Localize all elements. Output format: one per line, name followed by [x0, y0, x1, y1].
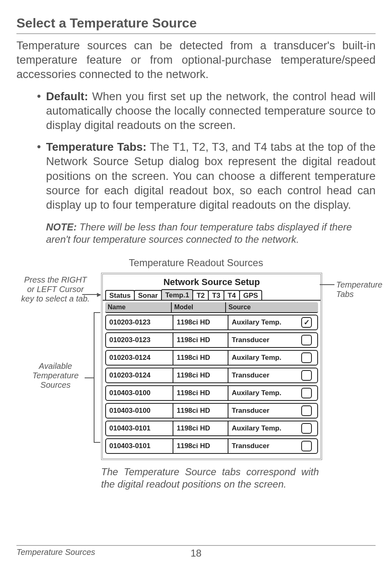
header-source: Source: [226, 302, 318, 312]
table-row[interactable]: 010203-01241198ci HDAuxilary Temp.: [105, 350, 318, 366]
checkbox-icon[interactable]: [301, 388, 312, 398]
footer-page-number: 18: [191, 548, 202, 559]
note-text: There will be less than four temperature…: [46, 221, 352, 245]
checkbox-icon[interactable]: [301, 441, 312, 451]
cell-model: 1198ci HD: [173, 421, 228, 435]
arrow-to-tabs: [82, 294, 100, 295]
cell-model: 1198ci HD: [173, 351, 228, 365]
cell-name: 010203-0124: [106, 351, 173, 365]
checkbox-checked-icon[interactable]: ✓: [301, 317, 312, 328]
cell-check[interactable]: ✓: [296, 315, 317, 329]
checkbox-icon[interactable]: [301, 352, 312, 363]
cell-model: 1198ci HD: [173, 386, 228, 400]
cell-name: 010203-0124: [106, 368, 173, 382]
cell-check[interactable]: [296, 404, 317, 418]
bullet-default-lead: Default:: [46, 90, 88, 103]
cell-check[interactable]: [296, 351, 317, 365]
cell-source: Auxilary Temp.: [228, 351, 296, 365]
cell-model: 1198ci HD: [173, 333, 228, 347]
cell-model: 1198ci HD: [173, 404, 228, 418]
cell-name: 010203-0123: [106, 333, 173, 347]
cell-source: Auxilary Temp.: [228, 421, 296, 435]
tab-t4[interactable]: T4: [224, 290, 240, 300]
bullet-default-text: When you first set up the network, the c…: [46, 90, 376, 131]
note-paragraph: NOTE: There will be less than four tempe…: [46, 221, 376, 246]
table-row[interactable]: 010403-01011198ci HDAuxilary Temp.: [105, 421, 318, 436]
callout-available-sources: Available Temperature Sources: [21, 361, 90, 390]
table-row[interactable]: 010203-01231198ci HDTransducer: [105, 332, 318, 348]
source-rows: 010203-01231198ci HDAuxilary Temp.✓01020…: [103, 314, 321, 458]
callout-temperature-tabs: Temperature Tabs: [336, 280, 383, 299]
cell-source: Auxilary Temp.: [228, 315, 296, 329]
bullet-temp-tabs: Temperature Tabs: The T1, T2, T3, and T4…: [37, 140, 376, 212]
header-model: Model: [172, 302, 226, 312]
checkbox-icon[interactable]: [301, 370, 312, 381]
checkbox-icon[interactable]: [301, 423, 312, 434]
section-title: Select a Temperature Source: [16, 16, 376, 31]
dialog-title: Network Source Setup: [103, 274, 321, 288]
cell-check[interactable]: [296, 368, 317, 382]
note-lead: NOTE:: [46, 221, 77, 232]
tab-t3[interactable]: T3: [208, 290, 224, 300]
cell-source: Transducer: [228, 439, 296, 453]
checkbox-icon[interactable]: [301, 335, 312, 345]
cell-name: 010203-0123: [106, 315, 173, 329]
figure-title: Temperature Readout Sources: [16, 257, 376, 269]
cell-check[interactable]: [296, 439, 317, 453]
cell-check[interactable]: [296, 421, 317, 435]
column-headers: Name Model Source: [105, 302, 318, 313]
bullet-default: Default: When you first set up the netwo…: [37, 89, 376, 133]
footer-section: Temperature Sources: [16, 548, 95, 557]
cell-name: 010403-0101: [106, 421, 173, 435]
cell-name: 010403-0101: [106, 439, 173, 453]
cell-model: 1198ci HD: [173, 368, 228, 382]
table-row[interactable]: 010203-01231198ci HDAuxilary Temp.✓: [105, 315, 318, 330]
callout-cursor-key: Press the RIGHT or LEFT Cursor key to se…: [21, 275, 90, 304]
cell-check[interactable]: [296, 333, 317, 347]
tab-temp1[interactable]: Temp.1: [161, 289, 193, 300]
header-name: Name: [105, 302, 172, 312]
bullet-list: Default: When you first set up the netwo…: [16, 89, 376, 220]
page-footer: Temperature Sources 18: [16, 545, 376, 557]
figure-caption: The Temperature Source tabs correspond w…: [101, 466, 319, 490]
table-row[interactable]: 010203-01241198ci HDTransducer: [105, 368, 318, 383]
network-source-setup-dialog: Network Source Setup StatusSonarTemp.1T2…: [101, 273, 322, 460]
tab-t2[interactable]: T2: [192, 290, 209, 300]
cell-source: Transducer: [228, 333, 296, 347]
tab-gps[interactable]: GPS: [239, 290, 262, 300]
table-row[interactable]: 010403-01011198ci HDTransducer: [105, 438, 318, 454]
cell-check[interactable]: [296, 386, 317, 400]
cell-model: 1198ci HD: [173, 439, 228, 453]
table-row[interactable]: 010403-01001198ci HDAuxilary Temp.: [105, 385, 318, 401]
cell-name: 010403-0100: [106, 386, 173, 400]
bullet-temp-tabs-lead: Temperature Tabs:: [46, 140, 146, 153]
cell-source: Auxilary Temp.: [228, 386, 296, 400]
checkbox-icon[interactable]: [301, 405, 312, 416]
intro-paragraph: Temperature sources can be detected from…: [16, 38, 376, 82]
cell-source: Transducer: [228, 368, 296, 382]
cell-source: Transducer: [228, 404, 296, 418]
figure-area: Press the RIGHT or LEFT Cursor key to se…: [21, 273, 376, 460]
title-rule: [16, 33, 376, 34]
tab-sonar[interactable]: Sonar: [134, 290, 162, 300]
sources-bracket: [94, 312, 95, 443]
tab-row: StatusSonarTemp.1T2T3T4GPS: [103, 288, 321, 301]
cell-name: 010403-0100: [106, 404, 173, 418]
table-row[interactable]: 010403-01001198ci HDTransducer: [105, 403, 318, 419]
tab-status[interactable]: Status: [105, 290, 135, 300]
line-to-temperature-tabs: [320, 284, 334, 285]
cell-model: 1198ci HD: [173, 315, 228, 329]
